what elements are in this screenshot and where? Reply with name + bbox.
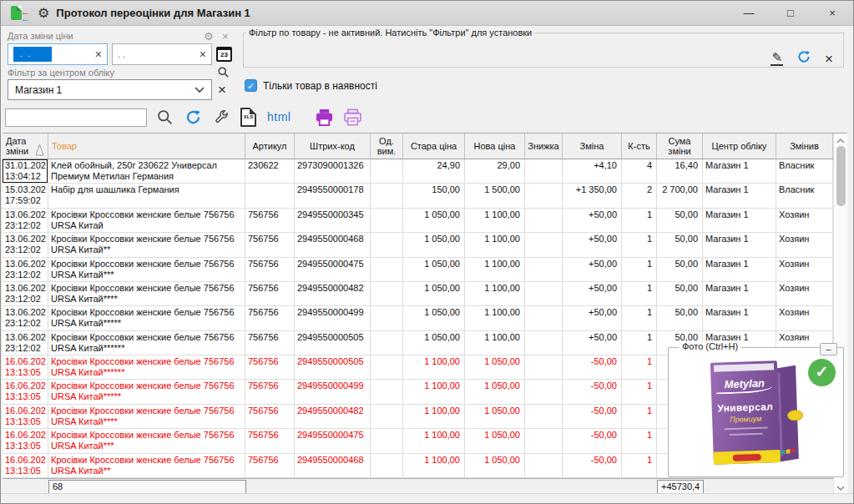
cell-qty[interactable]: 1 [622,209,657,232]
print-icon[interactable] [315,108,334,126]
cell-new[interactable]: 1 100,00 [465,209,525,232]
maximize-button[interactable]: □ [770,1,811,25]
cell-discount[interactable] [525,380,563,403]
cell-barcode[interactable]: 2949550000468 [295,233,371,256]
tools-wrench-icon[interactable] [213,108,230,125]
cell-unit[interactable] [371,159,403,183]
cell-old[interactable]: 150,00 [403,184,465,207]
photo-minimize-button[interactable]: – [820,343,837,355]
column-header-user[interactable]: Змінив [776,134,833,159]
column-header-date[interactable]: Дата зміни [3,134,48,159]
cell-unit[interactable] [371,405,403,428]
cell-product[interactable]: Кросівки Кроссовки женские белые 756756 … [48,306,245,330]
table-row[interactable]: 15.03.20217:59:02Набір для шашлика Герма… [3,184,833,208]
export-xls-icon[interactable]: XLS [240,108,256,127]
cell-date[interactable]: 13.06.20223:12:02 [3,233,48,256]
cell-sku[interactable]: 756756 [245,380,295,403]
cell-new[interactable]: 1 050,00 [465,405,525,428]
cell-unit[interactable] [371,258,403,281]
cell-old[interactable]: 1 100,00 [403,355,465,379]
cell-barcode[interactable]: 2949550000505 [295,331,371,355]
cell-barcode[interactable]: 2949550000499 [295,306,371,330]
cell-change[interactable]: +1 350,00 [563,184,622,207]
cell-sku[interactable]: 756756 [245,454,295,477]
cell-old[interactable]: 1 050,00 [403,258,465,281]
cell-discount[interactable] [525,454,563,477]
cell-unit[interactable] [371,380,403,403]
cell-qty[interactable]: 1 [622,355,657,379]
center-clear-icon[interactable]: × [218,83,226,97]
date-from-clear-icon[interactable]: × [95,48,102,60]
cell-barcode[interactable]: 2949550000505 [295,355,371,379]
cell-change[interactable]: -50,00 [563,405,622,428]
cell-sum[interactable]: 50,00 [657,282,703,305]
cell-unit[interactable] [371,454,403,477]
cell-new[interactable]: 1 050,00 [465,429,525,452]
cell-change[interactable]: +4,10 [563,159,622,183]
cell-product[interactable]: Кросівки Кроссовки женские белые 756756 … [48,454,245,477]
cell-date[interactable]: 13.06.20223:12:02 [3,209,48,232]
cell-user[interactable]: Хозяин [776,258,833,281]
cell-product[interactable]: Кросівки Кроссовки женские белые 756756 … [48,233,245,256]
search-input[interactable] [5,108,147,127]
cell-date[interactable]: 13.06.20223:12:02 [3,306,48,330]
cell-new[interactable]: 1 050,00 [465,380,525,403]
cell-barcode[interactable]: 2949550000178 [295,184,371,207]
refresh-icon[interactable] [184,108,202,126]
cell-sku[interactable]: 756756 [245,282,295,305]
cell-date[interactable]: 31.01.20213:04:12 [3,159,48,183]
cell-date[interactable]: 16.06.20213:13:05 [3,429,48,452]
cell-change[interactable]: +50,00 [563,233,622,256]
cell-change[interactable]: -50,00 [563,429,622,452]
cell-sku[interactable]: 756756 [245,331,295,355]
close-filter-icon[interactable]: × [825,52,833,66]
cell-qty[interactable]: 1 [622,233,657,256]
date-settings-gear-icon[interactable]: ⚙ [204,31,214,42]
scroll-down-icon[interactable] [836,484,845,492]
cell-center[interactable]: Магазин 1 [703,258,776,281]
cell-sum[interactable]: 50,00 [657,233,703,256]
cell-old[interactable]: 1 050,00 [403,282,465,305]
cell-product[interactable]: Кросівки Кроссовки женские белые 756756 … [48,209,245,232]
table-row[interactable]: 31.01.20213:04:12Клей обойный, 250г 2306… [3,159,833,184]
minimize-button[interactable]: — [728,1,770,25]
cell-center[interactable]: Магазин 1 [703,306,776,330]
cell-new[interactable]: 1 050,00 [465,355,525,379]
cell-change[interactable]: +50,00 [563,258,622,281]
cell-center[interactable]: Магазин 1 [703,282,776,305]
cell-old[interactable]: 1 050,00 [403,209,465,232]
cell-change[interactable]: -50,00 [563,380,622,403]
cell-new[interactable]: 1 500,00 [465,184,525,207]
cell-qty[interactable]: 1 [622,282,657,305]
cell-center[interactable]: Магазин 1 [703,159,776,183]
table-row[interactable]: 13.06.20223:12:02Кросівки Кроссовки женс… [3,258,833,282]
date-to-input[interactable]: . . × [112,43,212,65]
checkbox-checked-icon[interactable]: ✓ [245,79,257,92]
cell-date[interactable]: 13.06.20223:12:02 [3,258,48,281]
cell-new[interactable]: 1 100,00 [465,306,525,330]
table-row[interactable]: 13.06.20223:12:02Кросівки Кроссовки женс… [3,209,833,233]
cell-barcode[interactable]: 2949550000468 [295,454,371,477]
cell-sum[interactable]: 50,00 [657,258,703,281]
cell-sum[interactable]: 16,40 [657,159,703,183]
cell-change[interactable]: -50,00 [563,454,622,477]
cell-unit[interactable] [371,429,403,452]
column-header-change[interactable]: Зміна [563,134,622,159]
export-html-icon[interactable]: html [267,110,291,123]
cell-date[interactable]: 16.06.20213:13:05 [3,380,48,403]
scrollbar-thumb[interactable] [836,146,846,206]
cell-discount[interactable] [525,233,563,256]
cell-change[interactable]: +50,00 [563,331,622,355]
table-row[interactable]: 13.06.20223:12:02Кросівки Кроссовки женс… [3,282,833,306]
cell-qty[interactable]: 1 [622,429,657,452]
cell-date[interactable]: 15.03.20217:59:02 [3,184,48,207]
cell-product[interactable]: Кросівки Кроссовки женские белые 756756 … [48,429,245,452]
close-button[interactable]: × [811,1,853,25]
cell-product[interactable]: Набір для шашлика Германия [48,184,245,207]
cell-discount[interactable] [525,306,563,330]
calendar-icon[interactable]: 23 [216,47,232,62]
edit-filter-icon[interactable]: ✎ [771,51,783,66]
only-in-stock-checkbox-row[interactable]: ✓ Тільки товар в наявності [245,79,377,92]
cell-change[interactable]: +50,00 [563,306,622,330]
cell-discount[interactable] [525,258,563,281]
